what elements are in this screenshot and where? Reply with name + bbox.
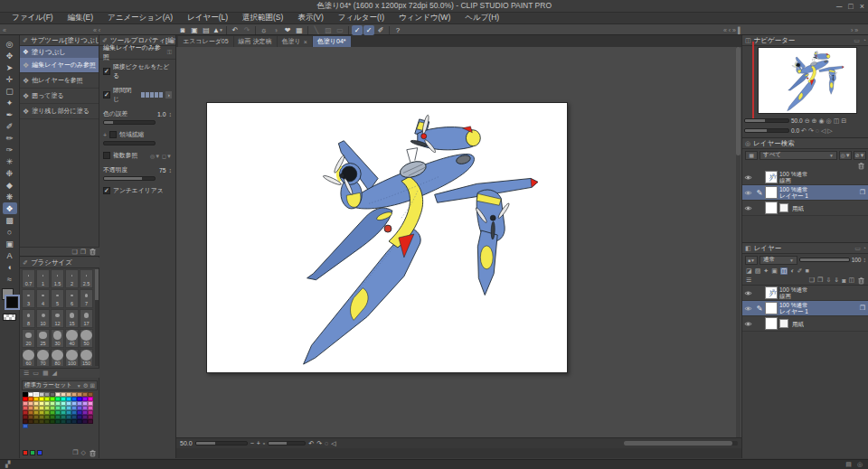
layer-row-0[interactable]: 100 %通常線画 (742, 286, 868, 301)
trash-icon[interactable] (857, 162, 865, 170)
merge-down-icon[interactable]: ⇓ (834, 277, 839, 284)
reset-display-icon[interactable]: ◌ (816, 127, 819, 135)
frame-border-tool[interactable]: ▣ (3, 238, 17, 249)
zoom-out-icon[interactable]: ⊖ (805, 117, 810, 125)
text-tool[interactable]: A (3, 249, 17, 261)
menu-item-1[interactable]: 編集(E) (61, 13, 99, 23)
snap-grid-icon[interactable]: ✐ (375, 25, 386, 35)
zoom-in-button[interactable]: + (257, 440, 260, 446)
new-canvas-icon[interactable]: ▣ (189, 25, 200, 35)
canvas-horizontal-scrollbar[interactable] (624, 441, 738, 446)
list-style-icon[interactable]: ▦ (745, 151, 758, 160)
flip-view-button[interactable]: ◁ (331, 440, 335, 447)
brush-size-scrollbar[interactable] (95, 269, 99, 366)
visibility-eye-icon[interactable] (744, 203, 754, 212)
actual-size-icon[interactable]: ◎ (826, 117, 832, 125)
balloon-tool[interactable]: ◖ (3, 261, 17, 273)
blend-mode-dropdown[interactable]: 通常 ▼ (760, 256, 797, 265)
rotate-right-icon[interactable]: ↷ (808, 127, 814, 135)
gap-close-level[interactable] (141, 92, 163, 98)
zoom-tool[interactable]: ◎ (3, 38, 17, 50)
rotation-slider[interactable] (268, 441, 306, 446)
menu-item-6[interactable]: フィルター(I) (332, 13, 391, 23)
pen-tool[interactable]: ✐ (3, 120, 17, 132)
export-icon[interactable]: ▲▼ (212, 25, 223, 35)
checkbox-1[interactable]: ✓ (103, 91, 110, 98)
brush-size-8[interactable]: 8 (22, 309, 35, 328)
brush-size-header[interactable]: ✐ ブラシサイズ (20, 258, 99, 268)
brush-size-17[interactable]: 17 (80, 309, 93, 328)
open-file-icon[interactable]: ▤ (201, 25, 212, 35)
delete-subtool-icon[interactable] (89, 248, 97, 256)
decoration-tool[interactable]: ❉ (3, 167, 17, 179)
replace-color-icon[interactable]: ◇ (81, 449, 86, 456)
settings-icon[interactable]: ☼ (259, 25, 269, 35)
transparent-color-swatch[interactable] (3, 314, 16, 321)
navigator-rotate-slider[interactable] (744, 128, 789, 133)
eye-icon[interactable] (744, 174, 752, 182)
snap-ruler-icon[interactable]: ✓ (352, 25, 363, 35)
menu-item-5[interactable]: 表示(V) (291, 13, 329, 23)
subtool-palette-header[interactable]: ✐ サブツール[塗りつぶし] (20, 35, 99, 46)
blend-tool[interactable]: ❋ (3, 191, 17, 202)
add-subtool-icon[interactable]: ❑ (71, 249, 77, 256)
help-icon[interactable]: ? (392, 25, 403, 35)
brush-size-2.5[interactable]: 2.5 (80, 269, 93, 288)
color-set-selector[interactable]: 標準カラーセット ▼ ⚙⊞ (22, 380, 98, 390)
operation-tool[interactable]: ➤ (3, 61, 17, 73)
color-swatch[interactable] (88, 419, 93, 424)
flip-horizontal-icon[interactable]: ◫ (834, 117, 840, 125)
lock-layer-icon[interactable]: ✦ (763, 267, 769, 275)
opacity-spinner[interactable]: ↕ (863, 257, 867, 263)
figure-tool[interactable]: ○ (3, 226, 17, 238)
fit-window-icon[interactable]: ◉ (818, 117, 824, 125)
brush-size-80[interactable]: 80 (51, 349, 64, 366)
dock-collapse-subtool[interactable]: « ‹ (93, 24, 100, 35)
menu-item-0[interactable]: ファイル(F) (5, 13, 60, 23)
tile-view-icon[interactable]: ▭ (33, 370, 39, 377)
layer-row-0[interactable]: 100 %通常線画 (742, 170, 868, 185)
reset-view-button[interactable]: ◌ (325, 440, 328, 446)
menu-item-2[interactable]: アニメーション(A) (101, 13, 179, 23)
rotate-left-button[interactable]: ↶ (308, 440, 314, 447)
light-table-icon[interactable]: ◫ (848, 277, 854, 284)
fill-area-icon[interactable]: ❤ (282, 25, 293, 35)
pencil-tool[interactable]: ✏ (3, 132, 17, 144)
option-slider[interactable] (103, 176, 156, 181)
delete-layer-icon[interactable] (857, 277, 865, 285)
undo-icon[interactable]: ↶ (230, 25, 241, 35)
dock-collapse-right[interactable]: « ‹ » ▌ (723, 24, 742, 35)
navigator-header[interactable]: ◫ ナビゲーター ▭◔ (742, 35, 868, 46)
canvas-vertical-scrollbar[interactable] (736, 47, 741, 447)
layer-row-2[interactable]: 用紙 (742, 201, 868, 216)
material-icon[interactable]: ▤ (845, 461, 852, 468)
layer-row-2[interactable]: 用紙 (742, 316, 868, 332)
menu-item-8[interactable]: ヘルプ(H) (458, 13, 505, 23)
ruler-range-icon[interactable]: ◐ (790, 267, 794, 274)
layer-opacity-slider[interactable] (799, 258, 850, 262)
eye-icon[interactable] (744, 320, 752, 328)
brush-size-50[interactable]: 50 (80, 329, 93, 348)
subtool-item-2[interactable]: ❖囲って塗る (20, 89, 99, 104)
list-view-icon[interactable]: ☰ (24, 370, 29, 377)
color-swatch[interactable] (23, 424, 28, 428)
brush-size-0.7[interactable]: 0.7 (22, 269, 35, 288)
dock-collapse-left[interactable]: « (3, 24, 6, 35)
add-color-icon[interactable]: ❐ (72, 449, 78, 456)
reference-layer-icon[interactable]: ◫ (780, 267, 788, 275)
value-spinner[interactable]: ↕ (169, 167, 173, 174)
delete-color-icon[interactable] (89, 449, 97, 457)
sort-icon[interactable]: ◢ (52, 370, 57, 377)
sub-color-swatch[interactable] (6, 296, 18, 308)
fit-screen-button[interactable]: ▫ (263, 440, 265, 446)
move-tool[interactable]: ✥ (3, 50, 17, 61)
layer-palette-extra-tabs[interactable]: ▭ ◔ (854, 245, 866, 252)
navigator-thumbnail[interactable] (758, 47, 857, 114)
palette-menu-icon[interactable]: ☰ (746, 277, 751, 284)
brush-size-12[interactable]: 12 (51, 309, 64, 328)
search-settings-icon[interactable]: ◎▼ (839, 151, 852, 160)
search-exclude-icon[interactable]: ⊘▼ (854, 151, 866, 160)
brush-size-70[interactable]: 70 (36, 349, 50, 366)
visibility-eye-icon[interactable] (744, 304, 754, 313)
brush-size-5[interactable]: 5 (51, 289, 64, 308)
